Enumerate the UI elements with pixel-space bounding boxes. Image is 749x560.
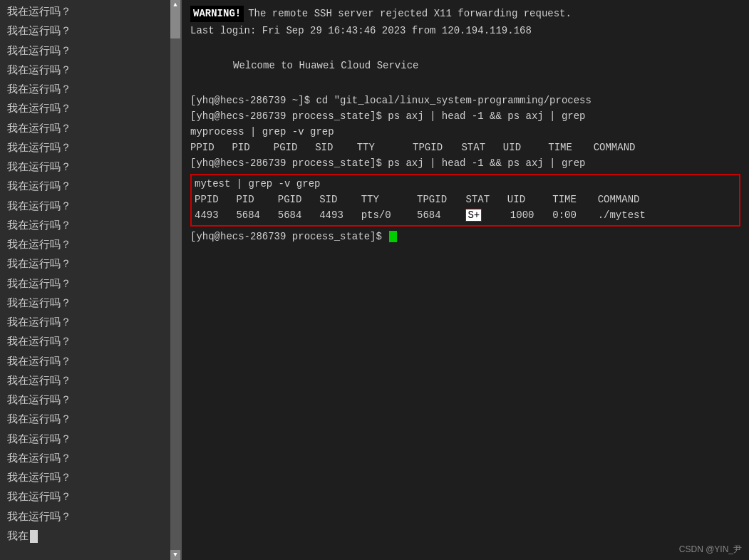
sidebar-item: 我在运行吗？ [0,100,180,119]
scroll-up-arrow[interactable]: ▲ [170,0,180,10]
sidebar-item: 我在运行吗？ [0,22,180,41]
sidebar-item: 我在运行吗？ [0,42,180,61]
cmd4-text: ps axj | head -1 && ps axj | grep [388,157,585,169]
red-box-header: PPID PID PGID SID TTY TPGID STAT UID TIM… [195,192,736,207]
cmd4-prompt: [yhq@hecs-286739 process_state]$ [190,157,388,169]
sidebar-item: 我在运行吗？ [0,450,180,469]
sidebar-item: 我在运行吗？ [0,177,180,197]
sidebar-item: 我在运行吗？ [0,294,180,313]
sidebar-item: 我在运行吗？ [0,430,180,450]
sidebar-item: 我在运行吗？ [0,410,180,430]
terminal-area: WARNING! The remote SSH server rejected … [182,0,749,560]
sidebar-item: 我在运行吗？ [0,469,180,488]
sidebar-item: 我在运行吗？ [0,488,180,507]
sidebar-item: 我在运行吗？ [0,275,180,294]
red-box-line1: mytest | grep -v grep [195,177,736,192]
sidebar-content: 我在运行吗？我在运行吗？我在运行吗？我在运行吗？我在运行吗？我在运行吗？我在运行… [0,0,180,560]
scrollbar-track [170,10,180,550]
sidebar-item: 我在运行吗？ [0,391,180,410]
blank-line-2 [190,78,740,93]
red-box: mytest | grep -v grep PPID PID PGID SID … [190,174,740,227]
cmd2-text: ps axj | head -1 && ps axj | grep [388,110,585,122]
sidebar-item: 我在运行吗？ [0,120,180,139]
cursor-block [389,231,397,242]
sidebar-item: 我在运行吗？ [0,3,180,22]
final-prompt-line: [yhq@hecs-286739 process_state]$ [190,229,740,244]
sidebar-item: 我在运行吗？ [0,353,180,372]
scrollbar-thumb[interactable] [170,10,180,38]
final-prompt: [yhq@hecs-286739 process_state]$ [190,231,388,242]
cmd2-line: [yhq@hecs-286739 process_state]$ ps axj … [190,109,740,124]
welcome-line: Welcome to Huawei Cloud Service [190,58,740,73]
csdn-watermark: CSDN @YIN_尹 [679,543,742,556]
cmd1-text: cd "git_local/linux_system-programming/p… [316,95,591,106]
sidebar-item: 我在运行吗？ [0,333,180,352]
sidebar-item: 我在运行吗？ [0,158,180,177]
stat-highlight: S+ [465,209,482,222]
sidebar-item: 我在运行吗？ [0,81,180,100]
sidebar-item: 我在运行吗？ [0,372,180,391]
sidebar-last-item: 我在 [0,527,180,546]
cmd3-line: myprocess | grep -v grep [190,125,740,140]
warning-text: The remote SSH server rejected X11 forwa… [248,6,572,21]
blank-line-1 [190,39,740,54]
cmd1-line: [yhq@hecs-286739 ~]$ cd "git_local/linux… [190,93,740,108]
warning-line: WARNING! The remote SSH server rejected … [190,6,740,22]
sidebar-cursor [30,530,38,543]
sidebar-item: 我在运行吗？ [0,61,180,81]
cmd2-prompt: [yhq@hecs-286739 process_state]$ [190,110,388,122]
cmd4-line: [yhq@hecs-286739 process_state]$ ps axj … [190,156,740,171]
cmd1-prompt: [yhq@hecs-286739 ~]$ [190,95,316,106]
last-login-line: Last login: Fri Sep 29 16:43:46 2023 fro… [190,24,740,38]
sidebar-item: 我在运行吗？ [0,217,180,236]
sidebar-item: 我在运行吗？ [0,197,180,217]
sidebar-item: 我在运行吗？ [0,236,180,255]
sidebar-last-text: 我在 [7,529,29,545]
sidebar-item: 我在运行吗？ [0,313,180,333]
scroll-down-arrow[interactable]: ▼ [170,550,180,560]
sidebar-item: 我在运行吗？ [0,255,180,274]
sidebar-item: 我在运行吗？ [0,508,180,527]
sidebar: ▲ 我在运行吗？我在运行吗？我在运行吗？我在运行吗？我在运行吗？我在运行吗？我在… [0,0,182,560]
sidebar-item: 我在运行吗？ [0,139,180,158]
warning-badge: WARNING! [190,6,244,22]
red-box-data-row: 4493 5684 5684 4493 pts/0 5684 S+ 1000 0… [195,208,736,223]
header1-line: PPID PID PGID SID TTY TPGID STAT UID TIM… [190,140,740,155]
